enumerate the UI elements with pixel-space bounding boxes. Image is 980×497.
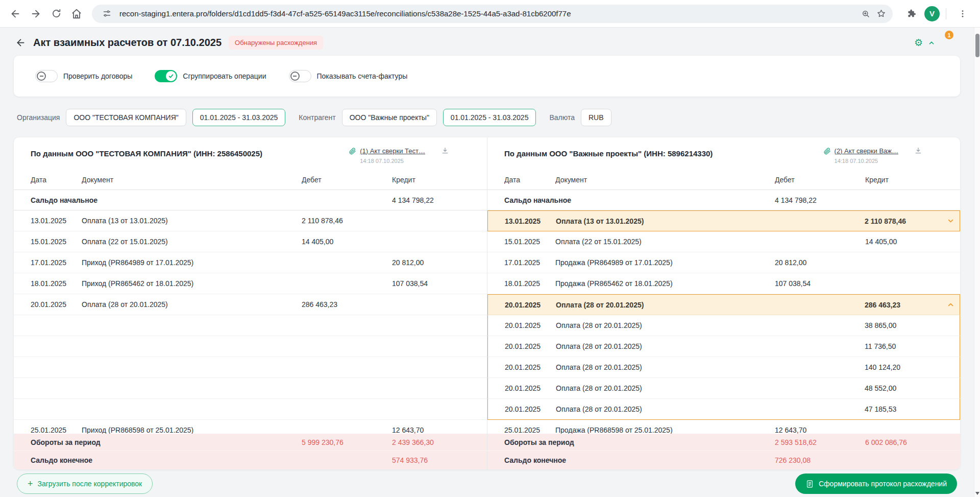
back-icon — [10, 8, 21, 19]
rows-area: Сальдо начальное4 134 798,2213.01.2025Оп… — [14, 190, 487, 434]
counterparty-period-select[interactable]: 01.01.2025 - 31.03.2025 — [443, 109, 536, 126]
column-date: Дата — [31, 176, 82, 184]
row-document: Продажа (PR868598 от 25.01.2025) — [555, 426, 775, 434]
browser-toolbar: recon-staging1.entera.pro/folders/d1cd1d… — [0, 0, 980, 28]
scrollbar-down-arrow[interactable] — [975, 492, 979, 495]
download-icon[interactable] — [914, 147, 922, 155]
chevron-up-icon[interactable] — [941, 301, 960, 309]
table-row — [14, 378, 487, 399]
row-document: Оплата (28 от 20.01.2025) — [556, 363, 774, 371]
notification-badge[interactable]: 1 — [945, 31, 953, 39]
table-row: 18.01.2025Продажа (PR865462 от 18.01.202… — [487, 273, 960, 294]
status-badge: Обнаружены расхождения — [229, 36, 323, 50]
site-settings-icon[interactable] — [99, 6, 114, 21]
toggle-group-operations[interactable]: Сгруппировать операции — [155, 70, 266, 82]
page-back-arrow[interactable] — [15, 37, 26, 48]
settings-gear-icon[interactable]: ⚙ — [914, 38, 923, 48]
grouped-operation-row[interactable]: 20.01.2025Оплата (28 от 20.01.2025)286 4… — [487, 294, 960, 315]
row-date: 25.01.2025 — [31, 426, 82, 434]
row-date: 13.01.2025 — [505, 217, 556, 225]
table-row — [14, 315, 487, 336]
protocol-button-label: Сформировать протокол расхождений — [819, 480, 947, 488]
table-row: 18.01.2025Приход (PR865462 от 18.01.2025… — [14, 273, 487, 294]
browser-back-button[interactable] — [5, 4, 26, 24]
table-row: 17.01.2025Продажа (PR864989 от 17.01.202… — [487, 252, 960, 273]
attachment-link[interactable]: (2) Акт сверки Важ… — [835, 147, 898, 155]
profile-avatar[interactable]: V — [924, 6, 940, 21]
row-credit: 4 134 798,22 — [392, 196, 469, 204]
table-row: 20.01.2025Оплата (28 от 20.01.2025)47 18… — [487, 399, 960, 420]
toggle-knob — [37, 72, 46, 81]
collapse-chevron-icon[interactable] — [928, 39, 935, 46]
column-headers: Дата Документ Дебет Кредит — [14, 170, 487, 190]
row-document: Продажа (PR865462 от 18.01.2025) — [555, 279, 775, 288]
toggle-show-invoices[interactable]: Показывать счета-фактуры — [289, 70, 408, 82]
closing-balance-row: Сальдо конечное 574 933,76 — [14, 451, 487, 469]
row-credit: 48 552,00 — [865, 384, 941, 392]
table-row — [14, 336, 487, 357]
row-debit: 4 134 798,22 — [775, 196, 865, 204]
kebab-menu-icon — [958, 9, 967, 18]
attachment-link[interactable]: (1) Акт сверки Тест… — [360, 147, 425, 155]
plus-icon: + — [28, 479, 33, 488]
row-document: Оплата (13 от 13.01.2025) — [556, 217, 774, 225]
column-headers: Дата Документ Дебет Кредит — [487, 170, 960, 190]
row-credit: 140 124,20 — [865, 363, 941, 371]
browser-forward-button[interactable] — [26, 4, 46, 24]
row-document: Оплата (28 от 20.01.2025) — [556, 405, 774, 413]
toggle-switch-off[interactable] — [35, 70, 58, 82]
table-row: 17.01.2025Приход (PR864989 от 17.01.2025… — [14, 252, 487, 273]
chevron-down-icon[interactable] — [941, 217, 960, 225]
row-date: 20.01.2025 — [31, 300, 82, 309]
toggle-switch-on[interactable] — [155, 70, 177, 82]
browser-reload-button[interactable] — [46, 4, 66, 24]
address-bar[interactable]: recon-staging1.entera.pro/folders/d1cd1d… — [92, 5, 893, 23]
zoom-icon[interactable] — [858, 6, 873, 21]
panel-title: По данным ООО "ТЕСТОВАЯ КОМПАНИЯ" (ИНН: … — [31, 147, 262, 158]
row-date: 17.01.2025 — [504, 258, 555, 267]
bookmark-star-icon[interactable] — [873, 6, 889, 21]
check-icon — [168, 73, 174, 79]
reconciliation-page: Акт взаимных расчетов от 07.10.2025 Обна… — [0, 28, 980, 497]
download-icon[interactable] — [441, 147, 449, 155]
reload-icon — [51, 8, 62, 19]
url-text[interactable]: recon-staging1.entera.pro/folders/d1cd1d… — [119, 9, 858, 18]
closing-balance-row: Сальдо конечное 726 230,08 — [487, 451, 960, 469]
panel-title: По данным ООО "Важные проекты" (ИНН: 589… — [504, 147, 713, 158]
row-credit: 286 463,23 — [865, 301, 941, 309]
table-row — [14, 399, 487, 420]
upload-button-label: Загрузить после корректировок — [38, 480, 142, 488]
organization-period-select[interactable]: 01.01.2025 - 31.03.2025 — [192, 109, 286, 126]
toggle-label: Показывать счета-фактуры — [317, 72, 408, 80]
toggle-switch-off[interactable] — [289, 70, 311, 82]
organization-select[interactable]: ООО "ТЕСТОВАЯ КОМПАНИЯ" — [66, 109, 186, 126]
table-row: 20.01.2025Оплата (28 от 20.01.2025)140 1… — [487, 357, 960, 378]
closing-debit: 726 230,08 — [775, 456, 865, 464]
browser-home-button[interactable] — [66, 4, 87, 24]
row-document: Оплата (13 от 13.01.2025) — [82, 217, 302, 225]
counterparty-select[interactable]: ООО "Важные проекты" — [342, 109, 437, 126]
totals-label: Обороты за период — [504, 438, 775, 446]
generate-protocol-button[interactable]: Сформировать протокол расхождений — [795, 474, 957, 494]
page-scrollbar[interactable] — [974, 28, 980, 497]
table-row: 25.01.2025Приход (PR868598 от 25.01.2025… — [14, 420, 487, 434]
toggle-label: Сгруппировать операции — [183, 72, 266, 80]
grouped-operation-row[interactable]: 13.01.2025Оплата (13 от 13.01.2025)2 110… — [487, 210, 960, 231]
row-date: 18.01.2025 — [504, 279, 555, 288]
table-row: 15.01.2025Оплата (22 от 15.01.2025)14 40… — [487, 231, 960, 252]
filters-row: Организация ООО "ТЕСТОВАЯ КОМПАНИЯ" 01.0… — [0, 97, 974, 137]
footer-actions: + Загрузить после корректировок Сформиро… — [0, 469, 974, 494]
extensions-button[interactable] — [901, 4, 921, 24]
column-debit: Дебет — [775, 176, 865, 184]
browser-menu-button[interactable] — [952, 4, 973, 24]
scrollbar-thumb[interactable] — [975, 34, 979, 57]
row-date: 17.01.2025 — [31, 258, 82, 267]
row-document: Оплата (22 от 15.01.2025) — [82, 238, 302, 246]
upload-after-corrections-button[interactable]: + Загрузить после корректировок — [17, 474, 153, 494]
row-date: 25.01.2025 — [504, 426, 555, 434]
toggle-check-contracts[interactable]: Проверить договоры — [35, 70, 132, 82]
totals-debit: 5 999 230,76 — [302, 438, 392, 446]
row-credit: 107 038,54 — [392, 279, 469, 288]
currency-select[interactable]: RUB — [581, 109, 611, 126]
table-row: 15.01.2025Оплата (22 от 15.01.2025)14 40… — [14, 231, 487, 252]
